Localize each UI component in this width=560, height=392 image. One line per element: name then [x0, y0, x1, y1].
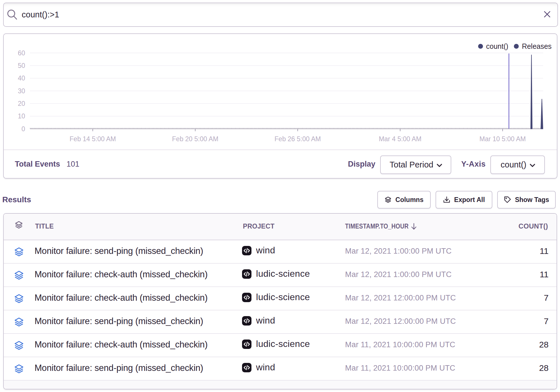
svg-text:30: 30 [18, 87, 25, 95]
svg-text:20: 20 [18, 100, 25, 107]
svg-text:Feb 14 5:00 AM: Feb 14 5:00 AM [70, 135, 116, 143]
svg-text:count(): count() [486, 42, 508, 50]
svg-text:Mar 4 5:00 AM: Mar 4 5:00 AM [379, 135, 422, 143]
svg-text:Releases: Releases [522, 42, 551, 50]
svg-text:40: 40 [18, 74, 25, 82]
svg-text:60: 60 [18, 49, 25, 57]
svg-text:Feb 20 5:00 AM: Feb 20 5:00 AM [172, 135, 218, 143]
svg-text:Feb 26 5:00 AM: Feb 26 5:00 AM [275, 135, 321, 143]
svg-text:10: 10 [18, 112, 25, 120]
svg-text:Mar 10 5:00 AM: Mar 10 5:00 AM [480, 135, 526, 143]
svg-text:50: 50 [18, 62, 25, 69]
svg-text:0: 0 [21, 125, 25, 133]
